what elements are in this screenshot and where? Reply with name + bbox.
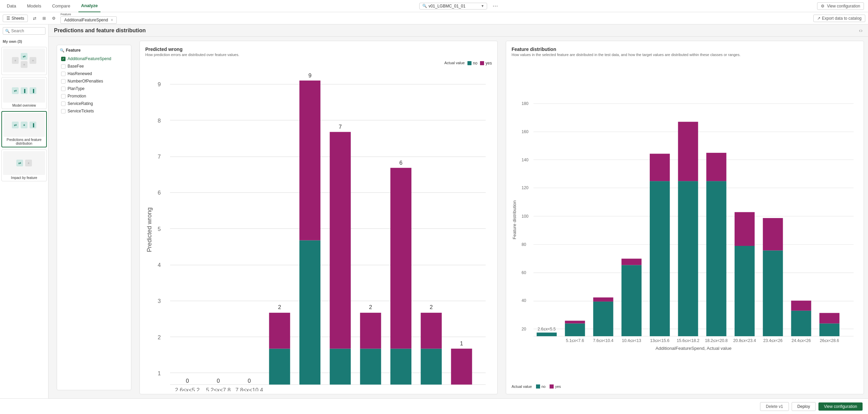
feature-item-2[interactable]: HasRenewed (60, 70, 128, 77)
svg-text:20.8≤x<23.4: 20.8≤x<23.4 (733, 338, 756, 343)
legend-yes-label: yes (485, 61, 492, 66)
sheet-card-label-2: Model overview (3, 104, 45, 107)
sheet-card-predictions[interactable]: ⇄ ✦ ▐ Predictions and feature distributi… (1, 111, 47, 147)
feature-item-4[interactable]: PlanType (60, 85, 128, 92)
model-selector[interactable]: 🔍 v01_LGBMC_01_01 ▼ (419, 3, 487, 10)
sheet-card-model-overview[interactable]: ⇄ ▐ ▐ Model overview (1, 77, 47, 109)
predicted-wrong-chart-area: 9 8 7 6 5 4 3 2 1 Predicted wrong (145, 68, 492, 391)
svg-rect-76 (678, 122, 698, 181)
svg-text:40: 40 (522, 298, 527, 303)
view-configuration-button[interactable]: ⚙ View configuration (817, 2, 864, 10)
predicted-wrong-legend: Actual value no yes (145, 61, 492, 66)
feature-item-6[interactable]: ServiceRating (60, 100, 128, 107)
deploy-button[interactable]: Deploy (792, 402, 816, 411)
checkbox-1[interactable] (61, 64, 66, 69)
search-box[interactable]: 🔍 (3, 27, 45, 35)
checkbox-6[interactable] (61, 102, 66, 106)
more-options-button[interactable]: ⋯ (493, 3, 498, 9)
bar-icon-2: ▐ (30, 87, 36, 94)
svg-rect-91 (819, 313, 839, 323)
nav-analyze[interactable]: Analyze (78, 0, 100, 12)
checkbox-2[interactable] (61, 72, 66, 76)
sheet-card-1[interactable]: ✦ ⇄ ✦ ✦ (1, 47, 47, 75)
feature-label-0: AdditionalFeatureSpend (68, 56, 111, 61)
feature-label-5: Promotion (68, 94, 86, 98)
puzzle-icon-4: ✦ (25, 160, 32, 166)
svg-text:AdditionalFeatureSpend, Actual: AdditionalFeatureSpend, Actual value (655, 346, 732, 351)
feature-list: ✓ AdditionalFeatureSpend BaseFee HasRene… (60, 55, 128, 114)
svg-text:1: 1 (460, 340, 463, 346)
tab-close-button[interactable]: × (111, 18, 113, 22)
svg-text:2: 2 (278, 304, 281, 310)
feature-item-7[interactable]: ServiceTickets (60, 108, 128, 114)
expand-button[interactable]: › (861, 28, 863, 34)
bar-8-yes (421, 313, 442, 349)
svg-text:Feature distribution: Feature distribution (512, 200, 517, 239)
delete-button[interactable]: Delete v1 (760, 402, 789, 411)
bar-7-yes (390, 168, 411, 348)
svg-text:9: 9 (158, 81, 161, 87)
feature-label-2: HasRenewed (68, 71, 92, 76)
svg-text:1: 1 (158, 370, 161, 376)
svg-rect-67 (593, 298, 613, 302)
nav-compare[interactable]: Compare (49, 0, 73, 12)
view-config-label: View configuration (827, 4, 860, 8)
settings-sheet-button[interactable]: ⚙ (50, 14, 58, 22)
svg-text:15.6≤x<18.2: 15.6≤x<18.2 (677, 338, 700, 343)
export-label: Export data to catalog (822, 16, 862, 21)
feature-dist-subtitle: How values in the selected feature are d… (512, 53, 749, 57)
sheet-card-impact[interactable]: ⇄ ✦ Impact by feature (1, 149, 47, 181)
svg-text:2.6≤x<5.5: 2.6≤x<5.5 (538, 327, 556, 331)
checkbox-0[interactable]: ✓ (61, 57, 66, 61)
svg-rect-61 (537, 332, 557, 336)
tab-item[interactable]: AdditionalFeatureSpend × (60, 16, 117, 24)
swap-icon-2: ⇄ (12, 87, 19, 94)
page-title-bar: Predictions and feature distribution ‹ › (49, 24, 868, 37)
svg-text:9: 9 (308, 72, 311, 78)
feature-panel-title: 🔍 Feature (60, 48, 128, 53)
svg-text:24.4≤x<26: 24.4≤x<26 (792, 338, 811, 343)
feature-item-1[interactable]: BaseFee (60, 63, 128, 70)
swap-icon-4: ⇄ (16, 160, 23, 166)
swap-mini-icon: ⇄ (21, 53, 27, 60)
checkbox-3[interactable] (61, 79, 66, 84)
legend-yes: yes (480, 61, 492, 66)
svg-text:100: 100 (522, 214, 529, 219)
predicted-wrong-svg: 9 8 7 6 5 4 3 2 1 Predicted wrong (145, 68, 492, 391)
puzzle-icon-3: ✦ (21, 122, 27, 128)
svg-text:80: 80 (522, 242, 527, 247)
checkbox-5[interactable] (61, 94, 66, 98)
add-sheet-button[interactable]: ⊞ (40, 14, 48, 22)
active-tab: Feature AdditionalFeatureSpend × (60, 13, 117, 24)
export-data-button[interactable]: ↗ Export data to catalog (813, 15, 865, 22)
feature-dist-legend: Actual value no yes (512, 384, 858, 389)
svg-text:20: 20 (522, 327, 527, 331)
svg-text:180: 180 (522, 101, 529, 106)
feature-item-3[interactable]: NumberOfPenalties (60, 78, 128, 85)
swap-icon-button[interactable]: ⇄ (31, 14, 39, 22)
feature-item-0[interactable]: ✓ AdditionalFeatureSpend (60, 55, 128, 62)
feature-item-5[interactable]: Promotion (60, 93, 128, 100)
export-icon: ↗ (817, 16, 820, 21)
sheets-button[interactable]: ☰ Sheets (3, 15, 28, 22)
bar-3-no (269, 349, 290, 385)
bottom-bar: Delete v1 Deploy View configuration (0, 398, 868, 414)
sheet-icon-buttons: ⇄ ⊞ ⚙ (31, 14, 58, 22)
legend-no-swatch (536, 384, 540, 389)
nav-data[interactable]: Data (4, 0, 19, 12)
legend-no-label: no (473, 61, 477, 66)
view-configuration-green-button[interactable]: View configuration (818, 402, 863, 411)
bar-4-no (299, 240, 320, 385)
search-input[interactable] (11, 29, 43, 33)
checkbox-7[interactable] (61, 109, 66, 113)
feature-distribution-chart-panel: Feature distribution How values in the s… (506, 41, 864, 394)
nav-models[interactable]: Models (24, 0, 44, 12)
feature-dist-svg: 180 160 140 120 100 80 60 40 20 Feature … (512, 64, 858, 367)
search-small-icon: 🔍 (422, 4, 427, 8)
view-config-icon: ⚙ (821, 4, 825, 8)
checkbox-4[interactable] (61, 87, 66, 91)
search-icon: 🔍 (5, 29, 10, 33)
svg-text:4: 4 (158, 262, 161, 268)
predicted-wrong-title: Predicted wrong (145, 47, 492, 52)
svg-text:2: 2 (430, 304, 433, 310)
